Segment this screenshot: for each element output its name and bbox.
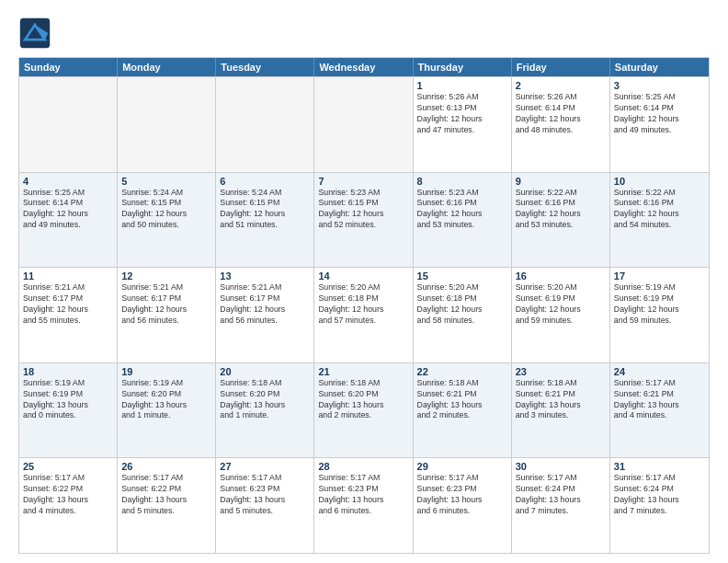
calendar-row-1: 4Sunrise: 5:25 AM Sunset: 6:14 PM Daylig… [19,172,709,268]
calendar-body: 1Sunrise: 5:26 AM Sunset: 6:13 PM Daylig… [19,76,709,553]
day-info: Sunrise: 5:24 AM Sunset: 6:15 PM Dayligh… [121,188,211,232]
day-number: 20 [220,366,310,377]
calendar-row-2: 11Sunrise: 5:21 AM Sunset: 6:17 PM Dayli… [19,267,709,362]
header [18,17,710,50]
day-number: 11 [23,270,113,282]
day-info: Sunrise: 5:19 AM Sunset: 6:19 PM Dayligh… [614,282,705,327]
day-info: Sunrise: 5:22 AM Sunset: 6:16 PM Dayligh… [516,188,606,232]
day-cell-31: 31Sunrise: 5:17 AM Sunset: 6:24 PM Dayli… [610,458,709,553]
day-info: Sunrise: 5:17 AM Sunset: 6:23 PM Dayligh… [318,473,408,517]
calendar-row-0: 1Sunrise: 5:26 AM Sunset: 6:13 PM Daylig… [19,76,709,172]
day-info: Sunrise: 5:18 AM Sunset: 6:21 PM Dayligh… [417,378,507,422]
day-number: 9 [516,176,606,187]
day-number: 1 [417,80,507,91]
day-info: Sunrise: 5:21 AM Sunset: 6:17 PM Dayligh… [220,282,310,327]
day-number: 18 [23,366,113,377]
day-number: 24 [614,366,705,377]
day-info: Sunrise: 5:17 AM Sunset: 6:24 PM Dayligh… [614,473,705,517]
day-cell-30: 30Sunrise: 5:17 AM Sunset: 6:24 PM Dayli… [512,458,610,553]
calendar-header: SundayMondayTuesdayWednesdayThursdayFrid… [19,58,709,76]
day-number: 15 [417,270,507,282]
day-number: 12 [121,270,211,282]
day-info: Sunrise: 5:17 AM Sunset: 6:23 PM Dayligh… [417,473,507,517]
day-number: 7 [318,176,408,187]
day-info: Sunrise: 5:17 AM Sunset: 6:22 PM Dayligh… [121,473,211,517]
day-cell-1: 1Sunrise: 5:26 AM Sunset: 6:13 PM Daylig… [414,77,512,172]
calendar-row-3: 18Sunrise: 5:19 AM Sunset: 6:19 PM Dayli… [19,362,709,458]
day-cell-14: 14Sunrise: 5:20 AM Sunset: 6:18 PM Dayli… [314,268,413,362]
day-number: 27 [220,461,310,472]
day-info: Sunrise: 5:22 AM Sunset: 6:16 PM Dayligh… [614,188,705,232]
logo-icon [18,17,51,50]
day-cell-29: 29Sunrise: 5:17 AM Sunset: 6:23 PM Dayli… [414,458,512,553]
day-number: 23 [516,366,606,377]
weekday-header-friday: Friday [512,58,610,76]
day-info: Sunrise: 5:19 AM Sunset: 6:20 PM Dayligh… [121,378,211,422]
day-cell-13: 13Sunrise: 5:21 AM Sunset: 6:17 PM Dayli… [216,268,314,362]
day-info: Sunrise: 5:25 AM Sunset: 6:14 PM Dayligh… [23,188,113,232]
day-number: 28 [318,461,408,472]
weekday-header-saturday: Saturday [610,58,709,76]
day-cell-24: 24Sunrise: 5:17 AM Sunset: 6:21 PM Dayli… [610,363,709,458]
weekday-header-sunday: Sunday [19,58,118,76]
day-cell-23: 23Sunrise: 5:18 AM Sunset: 6:21 PM Dayli… [512,363,610,458]
empty-cell [314,77,413,172]
weekday-header-monday: Monday [118,58,216,76]
page: SundayMondayTuesdayWednesdayThursdayFrid… [0,0,728,563]
day-cell-22: 22Sunrise: 5:18 AM Sunset: 6:21 PM Dayli… [414,363,512,458]
day-number: 6 [220,176,310,187]
day-info: Sunrise: 5:26 AM Sunset: 6:14 PM Dayligh… [516,92,606,136]
day-cell-18: 18Sunrise: 5:19 AM Sunset: 6:19 PM Dayli… [19,363,118,458]
day-info: Sunrise: 5:17 AM Sunset: 6:23 PM Dayligh… [220,473,310,517]
day-cell-10: 10Sunrise: 5:22 AM Sunset: 6:16 PM Dayli… [610,173,709,268]
day-number: 5 [121,176,211,187]
day-info: Sunrise: 5:23 AM Sunset: 6:15 PM Dayligh… [318,188,408,232]
weekday-header-tuesday: Tuesday [216,58,314,76]
calendar-row-4: 25Sunrise: 5:17 AM Sunset: 6:22 PM Dayli… [19,457,709,553]
day-info: Sunrise: 5:20 AM Sunset: 6:19 PM Dayligh… [516,282,606,327]
day-cell-8: 8Sunrise: 5:23 AM Sunset: 6:16 PM Daylig… [414,173,512,268]
day-cell-9: 9Sunrise: 5:22 AM Sunset: 6:16 PM Daylig… [512,173,610,268]
day-number: 22 [417,366,507,377]
day-cell-16: 16Sunrise: 5:20 AM Sunset: 6:19 PM Dayli… [512,268,610,362]
day-number: 26 [121,461,211,472]
day-cell-17: 17Sunrise: 5:19 AM Sunset: 6:19 PM Dayli… [610,268,709,362]
empty-cell [216,77,314,172]
day-cell-27: 27Sunrise: 5:17 AM Sunset: 6:23 PM Dayli… [216,458,314,553]
day-info: Sunrise: 5:21 AM Sunset: 6:17 PM Dayligh… [121,282,211,327]
day-info: Sunrise: 5:18 AM Sunset: 6:21 PM Dayligh… [516,378,606,422]
day-number: 2 [516,80,606,91]
day-cell-3: 3Sunrise: 5:25 AM Sunset: 6:14 PM Daylig… [610,77,709,172]
day-info: Sunrise: 5:17 AM Sunset: 6:21 PM Dayligh… [614,378,705,422]
day-number: 13 [220,270,310,282]
day-number: 19 [121,366,211,377]
day-cell-21: 21Sunrise: 5:18 AM Sunset: 6:20 PM Dayli… [314,363,413,458]
day-info: Sunrise: 5:26 AM Sunset: 6:13 PM Dayligh… [417,92,507,136]
day-info: Sunrise: 5:18 AM Sunset: 6:20 PM Dayligh… [318,378,408,422]
day-cell-2: 2Sunrise: 5:26 AM Sunset: 6:14 PM Daylig… [512,77,610,172]
day-number: 4 [23,176,113,187]
day-number: 10 [614,176,705,187]
day-cell-7: 7Sunrise: 5:23 AM Sunset: 6:15 PM Daylig… [314,173,413,268]
day-info: Sunrise: 5:21 AM Sunset: 6:17 PM Dayligh… [23,282,113,327]
day-number: 17 [614,270,705,282]
day-number: 16 [516,270,606,282]
calendar: SundayMondayTuesdayWednesdayThursdayFrid… [18,57,710,554]
day-number: 29 [417,461,507,472]
day-cell-11: 11Sunrise: 5:21 AM Sunset: 6:17 PM Dayli… [19,268,118,362]
day-info: Sunrise: 5:25 AM Sunset: 6:14 PM Dayligh… [614,92,705,136]
logo [18,17,57,50]
day-cell-4: 4Sunrise: 5:25 AM Sunset: 6:14 PM Daylig… [19,173,118,268]
day-cell-15: 15Sunrise: 5:20 AM Sunset: 6:18 PM Dayli… [414,268,512,362]
weekday-header-wednesday: Wednesday [314,58,413,76]
day-cell-28: 28Sunrise: 5:17 AM Sunset: 6:23 PM Dayli… [314,458,413,553]
day-info: Sunrise: 5:18 AM Sunset: 6:20 PM Dayligh… [220,378,310,422]
day-cell-6: 6Sunrise: 5:24 AM Sunset: 6:15 PM Daylig… [216,173,314,268]
day-number: 21 [318,366,408,377]
day-number: 3 [614,80,705,91]
day-info: Sunrise: 5:24 AM Sunset: 6:15 PM Dayligh… [220,188,310,232]
day-number: 25 [23,461,113,472]
day-number: 14 [318,270,408,282]
weekday-header-thursday: Thursday [414,58,512,76]
day-info: Sunrise: 5:20 AM Sunset: 6:18 PM Dayligh… [318,282,408,327]
